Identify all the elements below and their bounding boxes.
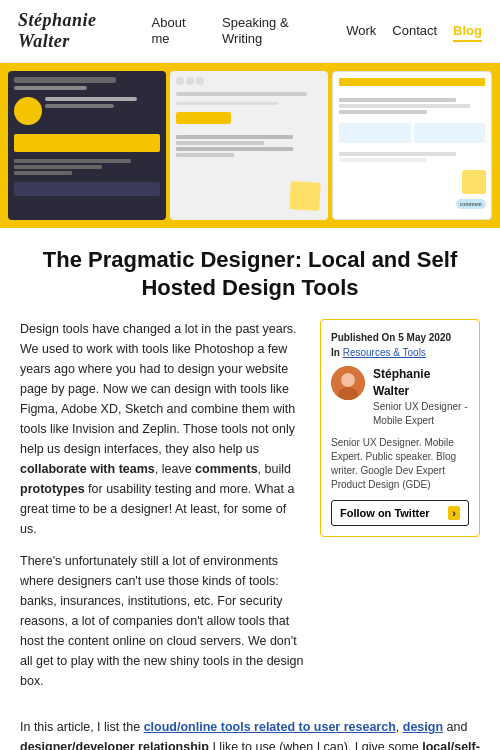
article-main-text: Design tools have changed a lot in the p… bbox=[20, 319, 304, 703]
hero-banner: comment bbox=[0, 63, 500, 228]
author-name: Stéphanie Walter bbox=[373, 366, 469, 400]
article-title: The Pragmatic Designer: Local and Self H… bbox=[20, 246, 480, 301]
nav-link-about[interactable]: About me bbox=[152, 15, 186, 46]
category-link[interactable]: Resources & Tools bbox=[343, 347, 426, 358]
nav-link-contact[interactable]: Contact bbox=[392, 23, 437, 38]
article-body: Design tools have changed a lot in the p… bbox=[20, 319, 480, 703]
link-design[interactable]: design bbox=[403, 720, 443, 734]
nav-item-about[interactable]: About me bbox=[152, 15, 207, 47]
nav-link-speaking[interactable]: Speaking & Writing bbox=[222, 15, 289, 46]
nav-item-speaking[interactable]: Speaking & Writing bbox=[222, 15, 330, 47]
paragraph-3: In this article, I list the cloud/online… bbox=[20, 717, 480, 750]
author-sidebar-card: Published On 5 May 2020 In Resources & T… bbox=[320, 319, 480, 537]
follow-btn-label: Follow on Twitter bbox=[340, 507, 430, 519]
in-label: In bbox=[331, 347, 340, 358]
nav-link-blog[interactable]: Blog bbox=[453, 23, 482, 42]
article-container: The Pragmatic Designer: Local and Self H… bbox=[0, 228, 500, 750]
svg-point-3 bbox=[342, 374, 354, 386]
nav-item-contact[interactable]: Contact bbox=[392, 23, 437, 39]
author-info: Stéphanie Walter Senior UX Designer - Mo… bbox=[373, 366, 469, 428]
author-bio: Senior UX Designer. Mobile Expert. Publi… bbox=[331, 436, 469, 492]
paragraph-2: There's unfortunately still a lot of env… bbox=[20, 551, 304, 691]
follow-btn-arrow: › bbox=[448, 506, 460, 520]
nav-item-blog[interactable]: Blog bbox=[453, 23, 482, 39]
paragraph-1: Design tools have changed a lot in the p… bbox=[20, 319, 304, 539]
author-avatar bbox=[331, 366, 365, 400]
author-title: Senior UX Designer - Mobile Expert bbox=[373, 400, 469, 428]
author-row: Stéphanie Walter Senior UX Designer - Mo… bbox=[331, 366, 469, 428]
published-label: Published On bbox=[331, 332, 395, 343]
published-info: Published On 5 May 2020 In Resources & T… bbox=[331, 330, 469, 360]
site-logo[interactable]: Stéphanie Walter bbox=[18, 10, 152, 52]
nav-item-work[interactable]: Work bbox=[346, 23, 376, 39]
article-full-text: In this article, I list the cloud/online… bbox=[20, 717, 480, 750]
hero-panel-3: comment bbox=[332, 71, 492, 220]
follow-twitter-button[interactable]: Follow on Twitter › bbox=[331, 500, 469, 526]
hero-panel-2 bbox=[170, 71, 328, 220]
nav-links: About me Speaking & Writing Work Contact… bbox=[152, 15, 482, 47]
link-cloud-tools[interactable]: cloud/online tools related to user resea… bbox=[144, 720, 396, 734]
published-date: 5 May 2020 bbox=[398, 332, 451, 343]
hero-panel-1 bbox=[8, 71, 166, 220]
nav-link-work[interactable]: Work bbox=[346, 23, 376, 38]
main-nav: Stéphanie Walter About me Speaking & Wri… bbox=[0, 0, 500, 63]
